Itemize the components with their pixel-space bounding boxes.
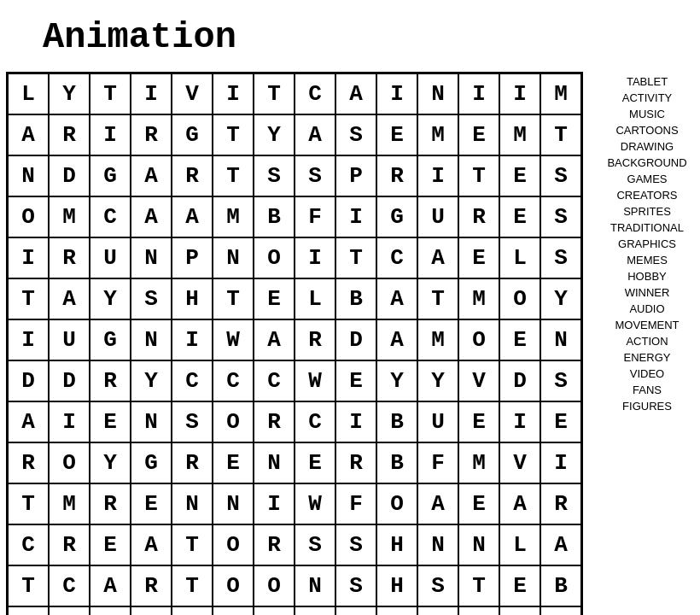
word-item: GRAPHICS <box>618 237 676 250</box>
grid-cell: T <box>254 73 295 114</box>
grid-cell: T <box>213 278 254 319</box>
grid-cell: S <box>131 278 172 319</box>
grid-cell: R <box>49 114 90 155</box>
grid-cell: D <box>499 360 540 401</box>
grid-cell: T <box>90 73 131 114</box>
word-item: CREATORS <box>616 189 677 202</box>
grid-cell: R <box>458 196 499 237</box>
page-title: Animation <box>43 17 236 58</box>
grid-cell: S <box>335 524 376 565</box>
grid-cell: E <box>254 278 295 319</box>
grid-cell: U <box>458 606 499 615</box>
word-item: FANS <box>633 384 662 396</box>
grid-cell: A <box>8 114 49 155</box>
grid-cell: N <box>8 155 49 196</box>
grid-cell: E <box>499 319 540 360</box>
grid-cell: U <box>417 196 458 237</box>
grid-cell: G <box>172 114 213 155</box>
word-item: MEMES <box>627 254 668 266</box>
grid-cell: E <box>90 401 131 442</box>
grid-cell: I <box>172 319 213 360</box>
grid-cell: O <box>213 401 254 442</box>
grid-row: NDGARTSSPRITES <box>8 155 581 196</box>
grid-cell: M <box>499 114 540 155</box>
grid-cell: C <box>254 606 295 615</box>
grid-cell: Y <box>417 360 458 401</box>
grid-cell: V <box>172 73 213 114</box>
grid-row: NDERBACKGROUND <box>8 606 581 615</box>
grid-cell: F <box>417 442 458 483</box>
grid-cell: A <box>213 606 254 615</box>
grid-cell: R <box>254 401 295 442</box>
grid-cell: S <box>254 155 295 196</box>
grid-cell: A <box>90 565 131 606</box>
grid-cell: N <box>417 73 458 114</box>
grid-row: LYTIVITCAINIIM <box>8 73 581 114</box>
word-item: VIDEO <box>630 367 664 380</box>
grid-cell: O <box>49 442 90 483</box>
grid-cell: R <box>376 155 417 196</box>
grid-cell: A <box>376 278 417 319</box>
grid-cell: I <box>90 114 131 155</box>
grid-cell: T <box>458 155 499 196</box>
grid-cell: A <box>172 196 213 237</box>
word-item: CARTOONS <box>615 124 678 137</box>
grid-cell: K <box>295 606 335 615</box>
grid-cell: W <box>295 360 335 401</box>
grid-cell: E <box>335 360 376 401</box>
grid-cell: D <box>49 155 90 196</box>
grid-row: OMCAAMBFIGURES <box>8 196 581 237</box>
word-item: TABLET <box>627 75 668 88</box>
grid-cell: D <box>335 319 376 360</box>
grid-cell: S <box>335 565 376 606</box>
grid-cell: N <box>213 237 254 278</box>
word-item: DRAWING <box>621 140 674 153</box>
grid-cell: L <box>8 73 49 114</box>
grid-cell: D <box>49 360 90 401</box>
grid-cell: R <box>131 565 172 606</box>
grid-cell: T <box>172 565 213 606</box>
grid-cell: I <box>376 73 417 114</box>
grid-cell: M <box>417 114 458 155</box>
grid-row: ROYGRENERBFMVI <box>8 442 581 483</box>
word-search-grid: LYTIVITCAINIIMARIRGTYASEMEMTNDGARTSSPRIT… <box>6 72 583 615</box>
grid-cell: A <box>499 483 540 524</box>
grid-cell: S <box>540 237 581 278</box>
grid-cell: R <box>295 319 335 360</box>
grid-cell: E <box>458 114 499 155</box>
grid-cell: I <box>8 237 49 278</box>
grid-cell: I <box>499 401 540 442</box>
grid-cell: A <box>417 237 458 278</box>
word-item: ACTIVITY <box>622 91 673 104</box>
grid-cell: L <box>295 278 335 319</box>
grid-cell: O <box>254 565 295 606</box>
grid-cell: B <box>254 196 295 237</box>
grid-cell: S <box>335 114 376 155</box>
grid-cell: N <box>8 606 49 615</box>
grid-cell: A <box>335 73 376 114</box>
grid-cell: N <box>295 565 335 606</box>
grid-cell: S <box>417 565 458 606</box>
word-list: TABLETACTIVITYMUSICCARTOONSDRAWINGBACKGR… <box>600 75 694 413</box>
grid-cell: G <box>131 442 172 483</box>
grid-cell: B <box>376 401 417 442</box>
grid-cell: L <box>499 524 540 565</box>
grid-cell: I <box>458 73 499 114</box>
grid-cell: N <box>540 319 581 360</box>
grid-cell: O <box>8 196 49 237</box>
grid-cell: N <box>213 483 254 524</box>
grid-cell: U <box>90 237 131 278</box>
grid-cell: P <box>335 155 376 196</box>
grid-cell: O <box>376 483 417 524</box>
grid-cell: Y <box>376 360 417 401</box>
grid-cell: H <box>376 524 417 565</box>
grid-cell: U <box>417 401 458 442</box>
grid-cell: B <box>540 565 581 606</box>
grid-cell: S <box>540 155 581 196</box>
grid-row: TCARTOONSHSTEB <box>8 565 581 606</box>
grid-cell: C <box>49 565 90 606</box>
grid-cell: B <box>335 278 376 319</box>
grid-cell: G <box>90 155 131 196</box>
grid-cell: E <box>131 483 172 524</box>
grid-cell: E <box>458 483 499 524</box>
